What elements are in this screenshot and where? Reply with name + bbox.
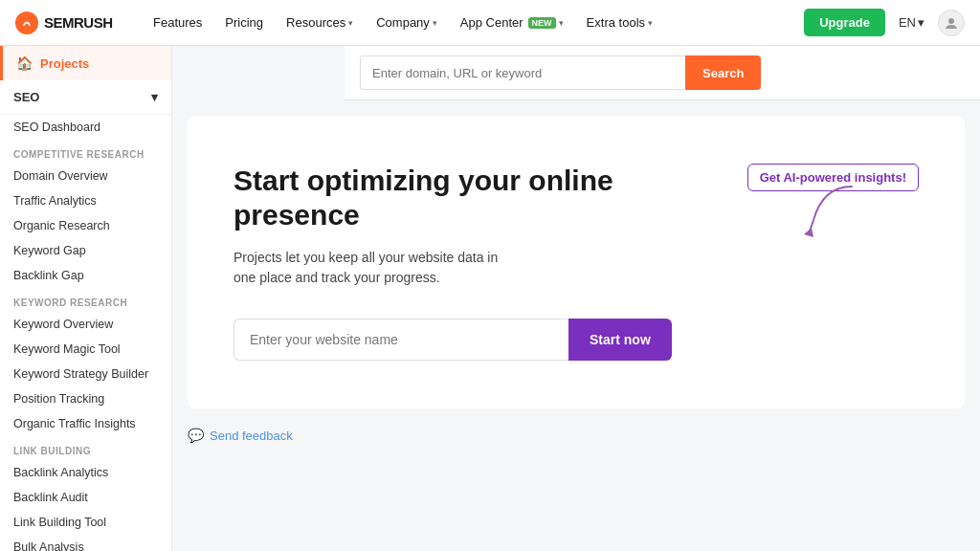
feedback-icon: 💬 [188, 428, 204, 443]
sidebar-item-link-building-tool[interactable]: Link Building Tool [0, 510, 171, 535]
sidebar-item-seo-dashboard[interactable]: SEO Dashboard [0, 115, 171, 140]
user-avatar[interactable] [938, 10, 965, 36]
nav-features[interactable]: Features [144, 10, 212, 35]
sidebar-item-backlink-gap[interactable]: Backlink Gap [0, 263, 171, 288]
page-layout: 🏠 Projects SEO ▾ SEO Dashboard COMPETITI… [0, 46, 980, 551]
sidebar-item-backlink-analytics[interactable]: Backlink Analytics [0, 460, 171, 485]
sidebar-item-position-tracking[interactable]: Position Tracking [0, 386, 171, 411]
svg-marker-2 [804, 228, 813, 237]
main-content: Start optimizing your online presence Pr… [172, 100, 980, 551]
sidebar-item-keyword-gap[interactable]: Keyword Gap [0, 238, 171, 263]
chevron-down-icon: ▾ [151, 90, 158, 104]
start-now-button[interactable]: Start now [568, 319, 672, 361]
nav-extra-tools[interactable]: Extra tools ▾ [577, 10, 662, 35]
feedback-row[interactable]: 💬 Send feedback [188, 424, 965, 447]
logo-text: SEMRUSH [44, 14, 113, 31]
hero-card: Start optimizing your online presence Pr… [188, 116, 965, 408]
arrow-illustration [794, 182, 861, 239]
chevron-down-icon: ▾ [348, 18, 353, 28]
nav-links: Features Pricing Resources ▾ Company ▾ A… [144, 10, 781, 35]
sidebar-item-seo[interactable]: SEO ▾ [0, 80, 171, 115]
language-selector[interactable]: EN ▾ [893, 11, 930, 33]
sidebar-top: 🏠 Projects SEO ▾ SEO Dashboard COMPETITI… [0, 46, 171, 551]
nav-resources[interactable]: Resources ▾ [277, 10, 363, 35]
search-bar-area: Search [345, 46, 980, 100]
sidebar-section-competitive: COMPETITIVE RESEARCH [0, 140, 171, 164]
top-navigation: SEMRUSH Features Pricing Resources ▾ Com… [0, 0, 980, 46]
sidebar-item-keyword-overview[interactable]: Keyword Overview [0, 312, 171, 337]
nav-right: Upgrade EN ▾ [804, 9, 965, 36]
new-badge: NEW [528, 17, 556, 29]
sidebar: 🏠 Projects SEO ▾ SEO Dashboard COMPETITI… [0, 46, 172, 551]
svg-point-1 [948, 18, 954, 24]
home-icon: 🏠 [16, 55, 33, 71]
chevron-down-icon: ▾ [918, 15, 924, 30]
sidebar-item-bulk-analysis[interactable]: Bulk Analysis [0, 535, 171, 551]
website-name-input[interactable] [234, 319, 568, 361]
hero-left: Start optimizing your online presence Pr… [234, 164, 712, 361]
hero-subtitle: Projects let you keep all your website d… [234, 248, 521, 288]
hero-right: Get AI-powered insights! [747, 164, 919, 191]
chevron-down-icon: ▾ [648, 18, 653, 28]
chevron-down-icon: ▾ [559, 18, 564, 28]
hero-input-row: Start now [234, 319, 712, 361]
sidebar-item-organic-traffic[interactable]: Organic Traffic Insights [0, 411, 171, 436]
sidebar-item-keyword-strategy[interactable]: Keyword Strategy Builder [0, 362, 171, 386]
sidebar-section-keyword: KEYWORD RESEARCH [0, 288, 171, 312]
nav-company[interactable]: Company ▾ [367, 10, 447, 35]
sidebar-item-backlink-audit[interactable]: Backlink Audit [0, 485, 171, 510]
logo[interactable]: SEMRUSH [15, 11, 121, 34]
sidebar-item-keyword-magic[interactable]: Keyword Magic Tool [0, 337, 171, 362]
chevron-down-icon: ▾ [433, 18, 437, 28]
sidebar-item-projects[interactable]: 🏠 Projects [0, 46, 171, 80]
search-input[interactable] [360, 55, 685, 90]
search-button[interactable]: Search [685, 55, 761, 90]
upgrade-button[interactable]: Upgrade [804, 9, 885, 36]
feedback-label: Send feedback [210, 429, 293, 443]
sidebar-item-organic-research[interactable]: Organic Research [0, 213, 171, 238]
nav-app-center[interactable]: App Center NEW ▾ [451, 10, 573, 35]
sidebar-item-traffic-analytics[interactable]: Traffic Analytics [0, 188, 171, 213]
semrush-logo-icon [15, 11, 38, 34]
sidebar-section-link-building: LINK BUILDING [0, 436, 171, 460]
sidebar-item-domain-overview[interactable]: Domain Overview [0, 164, 171, 188]
main-area: Search Start optimizing your online pres… [172, 46, 980, 551]
nav-pricing[interactable]: Pricing [215, 10, 273, 35]
hero-title: Start optimizing your online presence [234, 164, 712, 232]
